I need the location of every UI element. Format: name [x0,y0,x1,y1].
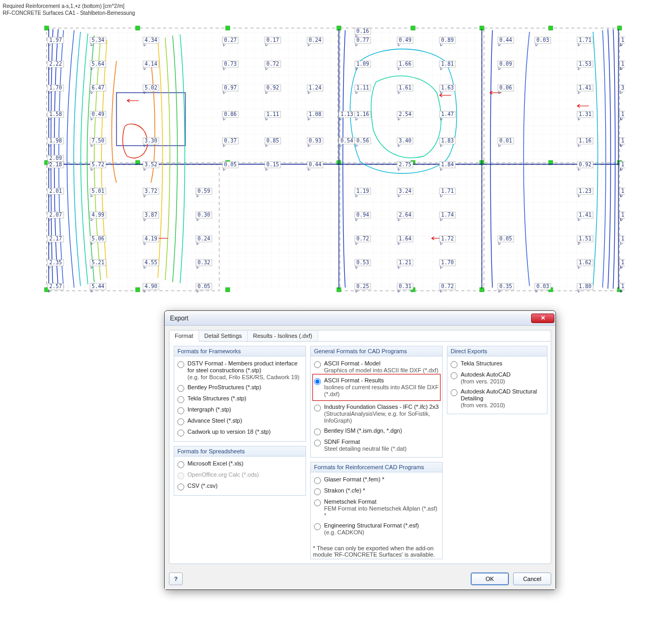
svg-text:1.13: 1.13 [340,111,353,117]
radio-input[interactable] [451,372,457,379]
radio-option[interactable]: Industry Foundation Classes - IFC (*.ifc… [314,402,439,426]
radio-option[interactable]: Cadwork up to version 18 (*.stp) [177,427,302,438]
svg-text:1.64: 1.64 [399,236,411,241]
svg-text:0.31: 0.31 [399,283,411,289]
radio-option[interactable]: Intergraph (*.stp) [177,405,302,416]
radio-option[interactable]: CSV (*.csv) [177,481,302,492]
svg-text:1.11: 1.11 [356,85,369,91]
radio-option[interactable]: Glaser Format (*.fem) * [314,475,439,486]
radio-option[interactable]: ASCII Format - ResultsIsolines of curren… [314,375,439,399]
value-label: 0.72 [439,283,455,292]
cancel-button[interactable]: Cancel [513,573,551,585]
radio-option[interactable]: SDNF FormatSteel detailing neutral file … [314,437,439,454]
radio-input[interactable] [177,385,184,392]
svg-text:1.62: 1.62 [579,260,591,265]
svg-text:1.83: 1.83 [441,138,454,144]
svg-text:1.99: 1.99 [621,283,625,289]
radio-option[interactable]: Tekla Structures (*.stp) [177,393,302,405]
tab-results-isolines[interactable]: Results - Isolines (.dxf) [248,330,318,341]
svg-text:1.72: 1.72 [441,236,454,241]
svg-text:3.40: 3.40 [399,138,411,144]
group-title: Formats for Spreadsheets [174,446,306,457]
option-sublabel: (e.g. for Bocad, Frilo ESK/RS, Cadwork 1… [187,374,302,381]
radio-option[interactable]: Microsoft Excel (*.xls) [177,459,302,470]
radio-option[interactable]: Engineering Structural Format (*.esf)(e.… [314,521,439,538]
svg-text:0.59: 0.59 [198,188,210,194]
svg-text:0.77: 0.77 [356,37,369,43]
svg-text:1.98: 1.98 [49,138,62,144]
svg-text:2.07: 2.07 [49,212,62,218]
radio-input[interactable] [177,461,184,468]
option-label: Intergraph (*.stp) [187,406,231,413]
svg-text:1.71: 1.71 [579,37,591,43]
radio-option[interactable]: Autodesk AutoCAD Structural Detailing(fr… [451,387,544,410]
svg-text:4.19: 4.19 [145,236,157,241]
svg-text:0.24: 0.24 [198,236,210,241]
radio-input[interactable] [177,361,184,368]
svg-text:0.03: 0.03 [536,37,549,43]
svg-text:0.05: 0.05 [224,162,237,167]
close-button[interactable]: ✕ [531,314,554,323]
radio-input[interactable] [451,361,457,368]
radio-option[interactable]: Nemetschek FormatFEM Format into Nemetsc… [314,497,439,521]
ok-button[interactable]: OK [471,573,509,585]
svg-text:0.72: 0.72 [441,283,454,289]
radio-input[interactable] [177,430,184,436]
svg-text:3.30: 3.30 [145,138,157,144]
radio-option[interactable]: Advance Steel (*.stp) [177,416,302,427]
radio-input[interactable] [314,440,321,446]
radio-option[interactable]: Strakon (*.cfe) * [314,486,439,497]
option-label: Tekla Structures [461,360,503,367]
radio-input[interactable] [451,389,457,396]
option-label: Engineering Structural Format (*.esf) [324,522,419,529]
svg-text:2.35: 2.35 [49,260,62,265]
reinforcement-note: * These can only be exported when the ad… [311,541,442,559]
svg-text:0.94: 0.94 [356,212,369,218]
radio-input[interactable] [314,477,321,484]
svg-text:3.52: 3.52 [145,162,157,167]
tab-detail-settings[interactable]: Detail Settings [199,330,248,341]
svg-text:2.17: 2.17 [49,236,62,241]
radio-input[interactable] [177,484,184,490]
radio-input[interactable] [177,396,184,403]
radio-option[interactable]: DSTV Format - Members product interface … [177,359,302,382]
tab-format[interactable]: Format [169,330,199,342]
option-label: Bentley ISM (*.ism.dgn, *.dgn) [324,427,402,434]
radio-input[interactable] [177,418,184,425]
dialog-titlebar[interactable]: Export ✕ [165,311,555,326]
option-label: CSV (*.csv) [187,482,218,489]
svg-rect-13 [549,26,553,30]
value-label: 0.05 [196,283,212,292]
radio-option[interactable]: Autodesk AutoCAD(from vers. 2010) [451,370,544,387]
radio-input [177,472,184,479]
option-sublabel: (e.g. CADKON) [324,529,419,536]
svg-text:0.72: 0.72 [356,236,369,241]
svg-text:2.01: 2.01 [49,188,62,194]
radio-input[interactable] [314,378,321,385]
radio-input[interactable] [177,407,184,414]
radio-input[interactable] [314,523,321,530]
svg-text:1.19: 1.19 [356,188,369,194]
svg-text:1.70: 1.70 [49,85,62,91]
group-formats-frameworks: Formats for Frameworks DSTV Format - Mem… [174,346,306,442]
radio-option[interactable]: Bentley ProStructures (*.stp) [177,382,302,393]
help-button[interactable]: ? [169,573,183,585]
radio-input[interactable] [314,488,321,495]
svg-rect-0 [46,27,622,291]
svg-rect-9 [226,26,230,30]
option-sublabel: Steel detailing neutral file (*.dat) [324,445,407,452]
radio-input[interactable] [314,361,321,368]
option-label: Advance Steel (*.stp) [187,417,242,424]
svg-text:0.05: 0.05 [198,283,210,289]
radio-input[interactable] [314,405,321,412]
radio-input[interactable] [314,499,321,506]
svg-text:1.71: 1.71 [441,188,454,194]
svg-text:0.32: 0.32 [198,260,210,265]
radio-input[interactable] [314,428,321,435]
radio-option[interactable]: Tekla Structures [451,359,544,370]
radio-option[interactable]: Bentley ISM (*.ism.dgn, *.dgn) [314,426,439,437]
svg-text:1.66: 1.66 [399,61,411,67]
header-line-1: Required Reinforcement a-s,1,+z (bottom)… [3,3,646,10]
radio-option[interactable]: ASCII Format - ModelGraphics of model in… [314,359,439,375]
svg-text:1.81: 1.81 [441,61,454,67]
